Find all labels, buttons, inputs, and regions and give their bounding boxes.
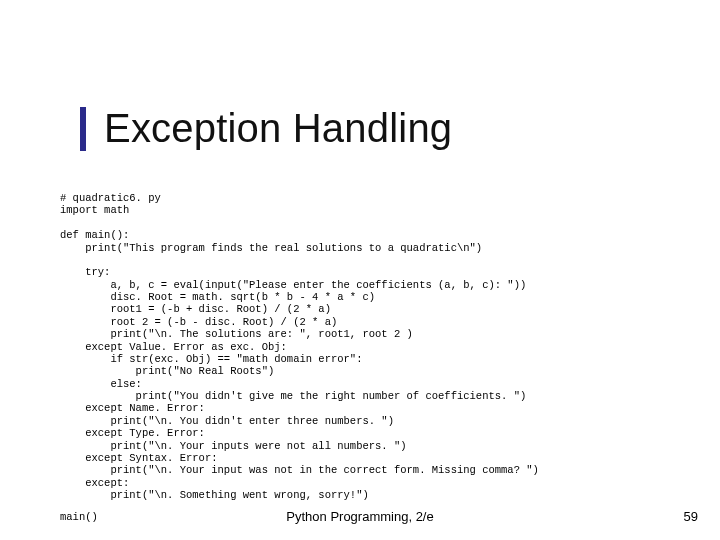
footer: main() Python Programming, 2/e 59 [0,509,720,524]
footer-left: main() [60,511,98,523]
slide: Exception Handling # quadratic6. py impo… [0,0,720,540]
title-wrap: Exception Handling [80,106,452,151]
page-number: 59 [684,509,698,524]
accent-bar [80,107,86,151]
code-block: # quadratic6. py import math def main():… [60,192,680,501]
footer-center: Python Programming, 2/e [0,509,720,524]
slide-title: Exception Handling [104,106,452,151]
